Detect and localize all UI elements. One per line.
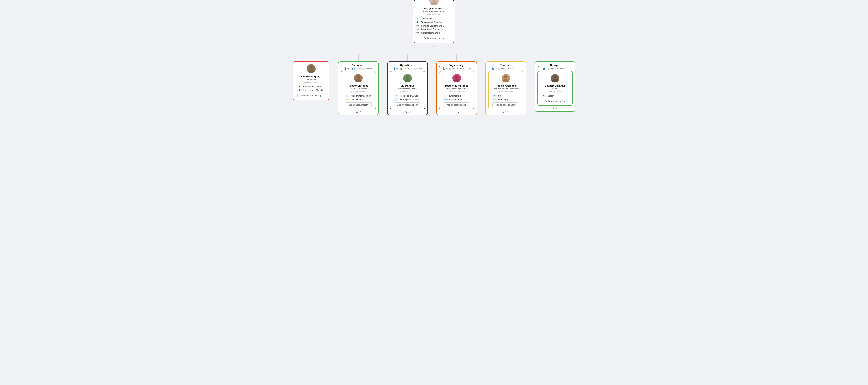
child-operations: ∧ Operations 👤 19 📊 22.4 $ $2,651,000.00: [387, 54, 428, 115]
madeleine-acc-1: 13 Engineering: [441, 94, 472, 98]
cly-add-button[interactable]: Add an accountability: [394, 102, 421, 107]
zaynab-acc-1: 5 Design: [540, 94, 570, 98]
engineering-collapse-btn[interactable]: ∧: [439, 65, 441, 67]
v-line-customer: [358, 54, 359, 61]
chevron-up-icon: ∧: [537, 65, 539, 67]
svg-point-5: [309, 69, 314, 73]
svg-point-20: [553, 76, 557, 79]
operations-fte: 📊 22.4: [400, 67, 406, 69]
expand-count: 27: [503, 111, 506, 113]
engineering-expand[interactable]: 47 ∨: [439, 111, 474, 113]
chevron-down-icon: ∨: [507, 111, 508, 113]
teodor-acc-2: 5 User Support: [343, 98, 374, 101]
svg-rect-6: [310, 67, 312, 67]
operations-group-card: ∧ Operations 👤 19 📊 22.4 $ $2,651,000.00: [387, 61, 428, 115]
acc-name: User Support: [351, 98, 363, 101]
root-collapse-button[interactable]: ∧: [433, 45, 435, 48]
zaynab-card: Zaynab Callahan Designer 5 accountabilit…: [537, 71, 572, 106]
cly-card: Cly Mengue Chief Operating Officer 4 acc…: [390, 71, 425, 110]
design-collapse-btn[interactable]: ∧: [537, 65, 539, 67]
child-design: ∧ Design 👤 2 📊 2.8 $ $316,000.00: [535, 54, 575, 112]
expand-count: 29: [356, 111, 358, 113]
kevan-card: Kevan Garaghan Chief of Staff 3 accounta…: [293, 61, 330, 100]
svg-point-12: [405, 79, 410, 83]
chevron-up-icon: ∧: [390, 65, 392, 67]
revenue-group-card: ∧ Revenue 👤 22 📊 22.0 $ $1,938,000.00: [486, 61, 526, 115]
operations-collapse-btn[interactable]: ∧: [390, 65, 392, 67]
acc-name: Market and Competitive...: [422, 28, 445, 30]
zaynab-add-button[interactable]: Add an accountability: [541, 99, 568, 103]
rosalie-acc-2: 8 Marketing: [491, 98, 521, 101]
acc-name: Account Management: [351, 95, 371, 97]
customer-expand[interactable]: 29 ∨: [341, 111, 376, 113]
org-chart: Georgeanne Gorke Chief Executive Officer…: [0, 0, 868, 115]
expand-count: 2: [553, 107, 554, 109]
rosalie-card: Rosalie Gallegos Head of Sales and Marke…: [488, 71, 523, 110]
kevan-acc-2: 1 Strategy and Planning: [296, 88, 327, 92]
design-salary: $ $316,000.00: [555, 67, 567, 69]
acc-name: Design: [548, 95, 554, 97]
svg-point-18: [503, 79, 508, 83]
child-revenue: ∧ Revenue 👤 22 📊 22.0 $ $1,938,000.00: [486, 54, 526, 115]
zaynab-acc-count: 5 accountabilities: [548, 91, 562, 93]
kevan-acc-1: 2 People and Culture: [296, 85, 327, 88]
chevron-up-icon: ∧: [488, 65, 490, 67]
rosalie-title: Head of Sales and Marketing: [492, 88, 520, 90]
acc-badge: 5: [492, 94, 497, 97]
avatar-rosalie: [501, 73, 510, 83]
acc-row-3: Acc Funding Sourcing and ...: [413, 24, 455, 28]
design-fte: 📊 2.8: [548, 67, 553, 69]
root-add-accountability-button[interactable]: Add an accountability: [415, 36, 453, 40]
zaynab-title: Designer: [551, 88, 559, 90]
v-line-design: [555, 54, 555, 61]
avatar-wrap: [429, 0, 439, 6]
operations-expand[interactable]: 42 ∨: [390, 111, 425, 113]
kevan-name: Kevan Garaghan: [296, 75, 327, 78]
revenue-salary: $ $1,938,000.00: [506, 67, 520, 69]
acc-name: Infrastructure: [449, 98, 462, 101]
kevan-acc-count: 3 accountabilities: [296, 81, 327, 84]
acc-row-1: 2 Governance: [413, 17, 455, 20]
madeleine-card: Madeleine Martinez Chief Technology Offi…: [439, 71, 474, 110]
design-stats: 👤 2 📊 2.8 $ $316,000.00: [537, 67, 572, 69]
v-line-kevan: [311, 54, 311, 61]
revenue-expand[interactable]: 27 ∨: [488, 111, 523, 113]
design-expand[interactable]: 2 ∨: [537, 107, 572, 109]
madeleine-add-button[interactable]: Add an accountability: [443, 102, 470, 107]
root-acc-count: 5 accountabilities: [427, 13, 441, 16]
customer-collapse-btn[interactable]: ∧: [341, 65, 342, 67]
avatar-teodor: [353, 73, 363, 83]
cly-acc-2: 1 Strategy and Planning: [392, 98, 423, 101]
zaynab-name: Zaynab Callahan: [545, 84, 565, 87]
madeleine-acc-2: 10 Infrastructure: [441, 98, 472, 101]
svg-point-9: [356, 79, 361, 83]
acc-badge: 2: [415, 17, 419, 20]
chevron-up-icon: ∧: [341, 65, 342, 67]
acc-badge: 2: [297, 85, 302, 88]
avatar-madeleine: [452, 73, 462, 83]
root-person-title: Chief Executive Officer: [423, 10, 445, 12]
chevron-down-icon: ∨: [360, 111, 361, 113]
engineering-salary: $ $6,129,000.00: [457, 67, 471, 69]
customer-salary: $ $2,187,000.00: [359, 67, 373, 69]
acc-badge: 10: [443, 98, 448, 101]
engineering-stats: 👤 36 📊 44.8 $ $6,129,000.00: [439, 67, 474, 69]
acc-badge: 1: [394, 98, 398, 101]
chevron-up-icon: ∧: [439, 65, 441, 67]
customer-group-card: ∧ Customer 👤 17 📊 24.0 $ $2,187,000.00: [338, 61, 379, 115]
kevan-add-button[interactable]: Add an accountability: [297, 93, 325, 98]
cly-title: Chief Operating Officer: [397, 88, 418, 90]
root-person-name: Georgeanne Gorke: [423, 7, 445, 10]
operations-people: 👤 19: [393, 67, 398, 69]
revenue-stats: 👤 22 📊 22.0 $ $1,938,000.00: [488, 67, 523, 69]
avatar: [429, 0, 439, 6]
root-section: Georgeanne Gorke Chief Executive Officer…: [413, 0, 455, 54]
rosalie-add-button[interactable]: Add an accountability: [492, 102, 519, 107]
acc-badge: 3: [394, 94, 398, 97]
teodor-add-button[interactable]: Add an accountability: [345, 102, 372, 107]
v-line-engineering: [457, 54, 457, 61]
child-customer: ∧ Customer 👤 17 📊 24.0 $ $2,187,000.00: [338, 54, 379, 115]
revenue-collapse-btn[interactable]: ∧: [488, 65, 490, 67]
customer-people: 👤 17: [344, 67, 349, 69]
chevron-down-icon: ∨: [556, 107, 557, 109]
